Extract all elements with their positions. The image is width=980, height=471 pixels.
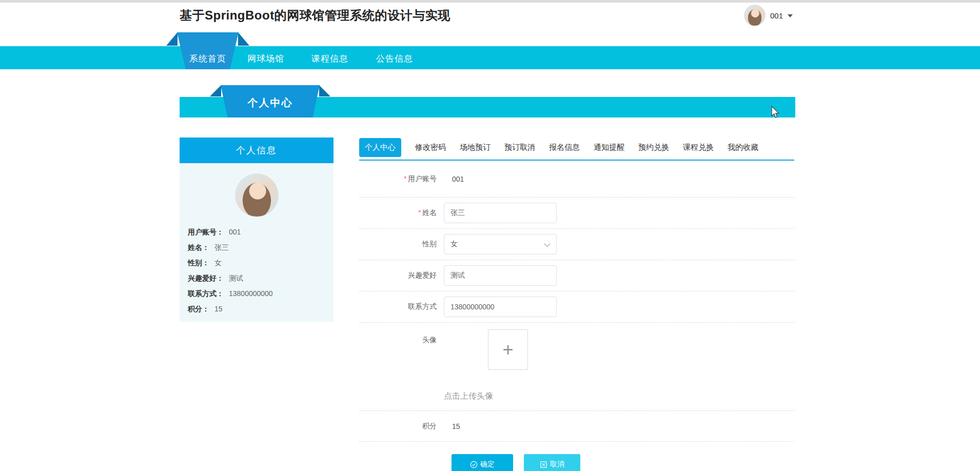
avatar-upload-button[interactable]: + [488,329,528,370]
required-mark: * [418,208,421,217]
profile-field-account: 用户账号：001 [180,224,334,240]
main-content: 个人中心 修改密码 场地预订 预订取消 报名信息 通知提醒 预约兑换 课程兑换 … [359,139,794,471]
banner-title: 个人中心 [221,85,320,117]
banner-ribbon: 个人中心 [221,85,320,117]
profile-card: 个人信息 用户账号：001 姓名：张三 性别：女 兴趣爱好：测试 联系方式：13… [180,138,334,322]
form-row-phone: 联系方式 [359,291,794,323]
user-avatar [744,5,766,26]
nav-item-venues[interactable]: 网球场馆 [247,53,284,65]
profile-avatar [235,173,279,217]
points-value: 15 [444,422,460,430]
user-name: 001 [770,11,783,20]
phone-field[interactable] [444,297,557,317]
ribbon-fold-left [210,85,221,96]
nav-item-courses[interactable]: 课程信息 [311,53,348,65]
page-banner: 个人中心 [180,97,795,117]
avatar-label: 头像 [359,329,444,345]
form-row-gender: 性别 女 [359,229,794,260]
gender-select-value: 女 [450,240,458,249]
ribbon-fold-right [238,32,249,46]
circle-check-icon [470,461,478,468]
profile-card-body: 用户账号：001 姓名：张三 性别：女 兴趣爱好：测试 联系方式：1380000… [180,163,334,322]
points-label: 积分 [359,422,444,431]
main-nav: 系统首页 网球场馆 课程信息 公告信息 [0,46,980,69]
gender-select[interactable]: 女 [444,234,557,254]
tab-course-redeem[interactable]: 课程兑换 [683,143,714,152]
profile-card-title: 个人信息 [180,138,334,163]
personal-info-form: *用户账号 001 *姓名 性别 女 兴趣爱好 联系方式 [359,161,794,471]
name-field[interactable] [444,203,557,223]
tab-personal-center[interactable]: 个人中心 [359,138,401,157]
tab-change-password[interactable]: 修改密码 [415,143,446,152]
tab-reservation-redeem[interactable]: 预约兑换 [638,143,669,152]
form-row-hobby: 兴趣爱好 [359,260,794,291]
form-row-name: *姓名 [359,198,794,229]
form-row-avatar: 头像 + 点击上传头像 [359,323,794,411]
avatar-upload-area: + 点击上传头像 [444,329,528,402]
top-divider [0,0,980,3]
hobby-field[interactable] [444,265,557,286]
nav-item-announcements[interactable]: 公告信息 [376,53,413,65]
chevron-down-icon [788,14,793,17]
account-label: *用户账号 [359,174,444,184]
nav-item-home-label: 系统首页 [177,32,239,69]
required-mark: * [404,174,406,183]
tab-venue-booking[interactable]: 场地预订 [460,143,491,152]
profile-field-phone: 联系方式：13800000000 [180,286,334,301]
cancel-button[interactable]: 取消 [524,454,580,471]
tab-bar: 个人中心 修改密码 场地预订 预订取消 报名信息 通知提醒 预约兑换 课程兑换 … [359,139,794,156]
plus-icon: + [502,341,513,359]
profile-field-gender: 性别：女 [180,255,334,270]
avatar-upload-hint: 点击上传头像 [444,391,528,402]
hobby-label: 兴趣爱好 [359,271,444,280]
tab-notifications[interactable]: 通知提醒 [594,143,624,152]
phone-label: 联系方式 [359,302,444,311]
page: 基于SpringBoot的网球馆管理系统的设计与实现 001 系统首页 网球场馆… [0,0,980,471]
tab-registration-info[interactable]: 报名信息 [549,143,580,152]
profile-field-name: 姓名：张三 [180,240,334,255]
square-close-icon [540,461,547,468]
account-value: 001 [444,175,464,183]
ribbon-fold-left [166,32,178,46]
ribbon-fold-right [319,85,330,96]
form-actions: 确定 取消 [452,454,794,471]
page-title: 基于SpringBoot的网球馆管理系统的设计与实现 [180,7,450,24]
name-label: *姓名 [359,208,444,218]
tab-booking-cancel[interactable]: 预订取消 [504,143,535,152]
form-row-account: *用户账号 001 [359,161,794,198]
nav-item-home[interactable]: 系统首页 [177,32,239,69]
confirm-button[interactable]: 确定 [452,454,513,471]
tab-my-favorites[interactable]: 我的收藏 [728,143,758,152]
profile-field-hobby: 兴趣爱好：测试 [180,270,334,286]
user-menu[interactable]: 001 [744,5,793,26]
form-row-points: 积分 15 [359,411,794,442]
chevron-down-icon [544,241,551,247]
profile-field-points: 积分：15 [180,301,334,317]
gender-label: 性别 [359,240,444,249]
